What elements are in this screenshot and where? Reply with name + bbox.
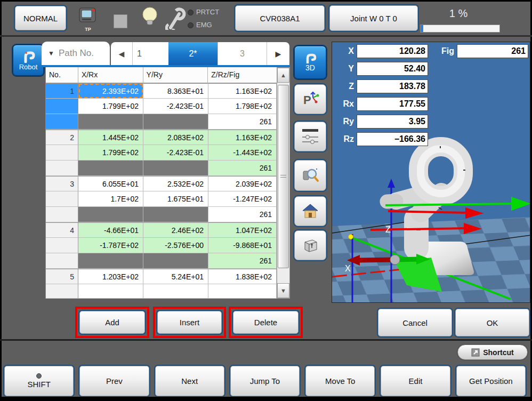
table-cell[interactable]: -4.66E+01 bbox=[78, 222, 143, 238]
table-cell[interactable]: -2.423E-01 bbox=[143, 145, 208, 161]
scrollbar-thumb[interactable] bbox=[278, 85, 289, 268]
view-search-button[interactable] bbox=[294, 160, 326, 191]
table-cell[interactable]: 1.203E+02 bbox=[78, 269, 143, 284]
next-button[interactable]: Next bbox=[155, 366, 224, 396]
row-number-cell[interactable] bbox=[46, 207, 78, 222]
home-position-button[interactable] bbox=[294, 196, 326, 226]
table-cell[interactable]: 261 bbox=[208, 161, 277, 176]
move-to-button[interactable]: Move To bbox=[305, 366, 375, 396]
path-no-selector[interactable]: ▼ Path No. bbox=[42, 42, 110, 65]
table-cell[interactable] bbox=[78, 253, 143, 269]
view-cube-button[interactable] bbox=[294, 230, 326, 260]
row-number-cell[interactable] bbox=[46, 161, 78, 176]
table-cell[interactable]: 261 bbox=[208, 207, 277, 222]
table-cell[interactable] bbox=[143, 114, 208, 130]
coordinate-mode-button[interactable]: Joint W 0 T 0 bbox=[329, 5, 418, 31]
row-number-cell[interactable] bbox=[46, 253, 78, 269]
row-number-cell[interactable]: 1 bbox=[46, 83, 78, 99]
table-cell[interactable]: 1.675E+01 bbox=[143, 191, 208, 207]
table-cell[interactable] bbox=[143, 253, 208, 269]
shortcut-button[interactable]: Shortcut bbox=[457, 344, 528, 360]
table-cell[interactable]: -9.868E+01 bbox=[208, 238, 277, 253]
table-cell[interactable] bbox=[46, 284, 78, 299]
speed-bar bbox=[420, 25, 500, 33]
table-cell[interactable]: -1.443E+02 bbox=[208, 145, 277, 161]
table-cell[interactable]: 1.163E+02 bbox=[208, 83, 277, 99]
row-number-cell[interactable] bbox=[46, 99, 78, 114]
table-cell[interactable]: 1.163E+02 bbox=[208, 130, 277, 145]
cancel-button[interactable]: Cancel bbox=[378, 309, 452, 336]
path-tab-1[interactable]: 1 bbox=[132, 42, 168, 65]
scroll-down-arrow[interactable]: ▼ bbox=[277, 283, 289, 298]
table-cell[interactable] bbox=[208, 284, 277, 299]
insert-button[interactable]: Insert bbox=[157, 311, 222, 334]
table-cell[interactable] bbox=[78, 161, 143, 176]
table-cell[interactable]: 1.047E+02 bbox=[208, 222, 277, 238]
table-cell[interactable] bbox=[78, 114, 143, 130]
table-cell[interactable]: -2.423E-01 bbox=[143, 99, 208, 114]
row-number-cell[interactable] bbox=[46, 191, 78, 207]
table-cell[interactable]: 1.798E+02 bbox=[208, 99, 277, 114]
position-field-rz: Rz−166.36 bbox=[332, 132, 428, 146]
table-cell[interactable] bbox=[143, 207, 208, 222]
table-cell[interactable] bbox=[78, 207, 143, 222]
get-position-button[interactable]: Get Position bbox=[456, 366, 526, 396]
table-cell[interactable]: 261 bbox=[208, 114, 277, 130]
ok-button[interactable]: OK bbox=[455, 309, 529, 336]
point-jog-button[interactable]: P bbox=[294, 84, 326, 114]
program-button[interactable]: CVR038A1 bbox=[235, 5, 325, 31]
view-3d-button[interactable]: 3D bbox=[294, 46, 326, 79]
prtct-led-icon bbox=[188, 10, 194, 15]
table-cell[interactable] bbox=[78, 284, 143, 299]
row-number-cell[interactable] bbox=[46, 238, 78, 253]
table-cell[interactable]: 1.7E+02 bbox=[78, 191, 143, 207]
table-cell[interactable]: 2.46E+02 bbox=[143, 222, 208, 238]
delete-button[interactable]: Delete bbox=[233, 311, 299, 334]
table-cell[interactable]: 261 bbox=[208, 253, 277, 269]
table-cell[interactable]: 1.799E+02 bbox=[78, 99, 143, 114]
edit-button[interactable]: Edit bbox=[381, 366, 450, 396]
path-tab-2[interactable]: 2* bbox=[168, 42, 217, 65]
column-header[interactable]: Z/Rz/Fig bbox=[208, 67, 277, 83]
table-cell[interactable]: 8.363E+01 bbox=[143, 83, 208, 99]
shift-button[interactable]: SHIFT bbox=[4, 366, 74, 396]
display-options-button[interactable] bbox=[294, 122, 326, 151]
3d-viewport[interactable]: Z X X120.28Y52.40Z183.78Rx177.55Ry3.95Rz… bbox=[332, 42, 530, 303]
jump-to-button[interactable]: Jump To bbox=[230, 366, 300, 396]
table-cell[interactable]: -2.576E+00 bbox=[143, 238, 208, 253]
table-cell[interactable]: 5.24E+01 bbox=[143, 269, 208, 284]
tab-scroll-left[interactable]: ◀ bbox=[111, 42, 132, 65]
table-cell[interactable]: 2.393E+02 bbox=[78, 83, 143, 99]
row-number-cell[interactable] bbox=[46, 114, 78, 130]
row-number-cell[interactable]: 3 bbox=[46, 176, 78, 191]
table-cell[interactable]: 6.055E+01 bbox=[78, 176, 143, 191]
mode-button[interactable]: NORMAL bbox=[15, 6, 66, 30]
position-field-x: X120.28 bbox=[332, 44, 428, 58]
table-cell[interactable]: 1.445E+02 bbox=[78, 130, 143, 145]
add-button[interactable]: Add bbox=[79, 311, 145, 334]
column-header[interactable]: X/Rx bbox=[78, 67, 143, 83]
table-cell[interactable]: 2.039E+02 bbox=[208, 176, 277, 191]
table-cell[interactable]: 2.083E+02 bbox=[143, 130, 208, 145]
path-tab-3[interactable]: 3 bbox=[217, 42, 267, 65]
table-scrollbar[interactable]: ▲ ▼ bbox=[277, 67, 290, 299]
prev-button[interactable]: Prev bbox=[79, 366, 149, 396]
table-row: 261 bbox=[46, 114, 277, 130]
table-cell[interactable]: 1.838E+02 bbox=[208, 269, 277, 284]
row-number-cell[interactable]: 2 bbox=[46, 130, 78, 145]
column-header[interactable]: Y/Ry bbox=[143, 67, 208, 83]
row-number-cell[interactable]: 4 bbox=[46, 222, 78, 238]
row-number-cell[interactable]: 5 bbox=[46, 269, 78, 284]
table-cell[interactable] bbox=[143, 161, 208, 176]
table-cell[interactable] bbox=[143, 284, 208, 299]
row-number-cell[interactable] bbox=[46, 145, 78, 161]
column-header[interactable]: No. bbox=[46, 67, 78, 83]
table-cell[interactable]: -1.247E+02 bbox=[208, 191, 277, 207]
tab-scroll-right[interactable]: ▶ bbox=[267, 42, 289, 65]
add-button-highlight: Add bbox=[75, 307, 149, 338]
table-cell[interactable]: 2.532E+02 bbox=[143, 176, 208, 191]
table-cell[interactable]: 1.799E+02 bbox=[78, 145, 143, 161]
robot-panel-button[interactable]: Robot bbox=[13, 45, 44, 76]
scroll-up-arrow[interactable]: ▲ bbox=[277, 68, 289, 83]
table-cell[interactable]: -1.787E+02 bbox=[78, 238, 143, 253]
